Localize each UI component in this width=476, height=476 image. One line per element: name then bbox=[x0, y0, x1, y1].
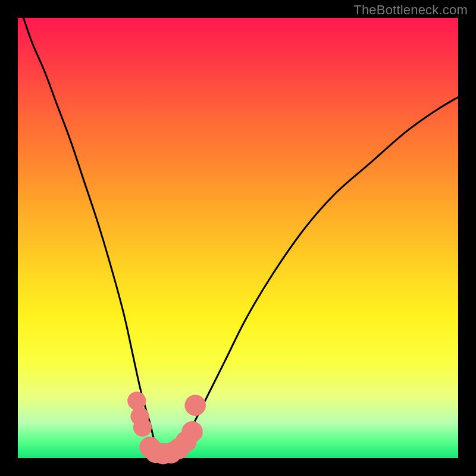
highlight-dot bbox=[184, 394, 206, 416]
watermark-text: TheBottleneck.com bbox=[353, 2, 468, 18]
highlight-dots bbox=[127, 392, 206, 464]
plot-area bbox=[18, 18, 458, 458]
highlight-dot bbox=[133, 418, 152, 437]
bottleneck-curve bbox=[18, 0, 458, 454]
curve-layer bbox=[18, 18, 458, 458]
chart-frame: TheBottleneck.com bbox=[0, 0, 476, 476]
highlight-dot bbox=[181, 421, 203, 443]
highlight-dot bbox=[127, 392, 146, 410]
